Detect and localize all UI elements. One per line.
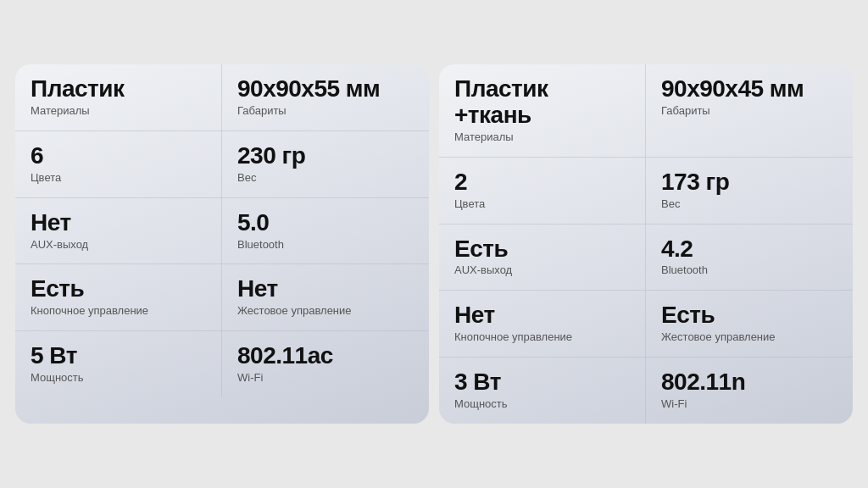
cell-label: Вес <box>237 171 414 186</box>
spec-cell: ПластикМатериалы <box>15 64 222 131</box>
cell-label: Габариты <box>237 104 414 119</box>
cell-value: 802.11n <box>661 369 837 396</box>
cell-value: Пластик <box>31 76 206 103</box>
cell-label: Габариты <box>661 104 837 119</box>
spec-cell: 4.2Bluetooth <box>646 225 853 291</box>
cell-label: Жестовое управление <box>237 304 414 319</box>
cell-label: Материалы <box>31 104 206 119</box>
cell-value: 802.11ac <box>237 343 414 369</box>
cell-label: Мощность <box>454 397 630 412</box>
cell-value: 2 <box>454 169 630 196</box>
cell-label: Кнопочное управление <box>31 304 206 319</box>
card-1-grid: ПластикМатериалы90х90х55 ммГабариты6Цвет… <box>15 64 429 396</box>
cell-value: Нет <box>31 210 206 236</box>
comparison-wrapper: ПластикМатериалы90х90х55 ммГабариты6Цвет… <box>2 51 866 436</box>
cell-label: Материалы <box>454 130 630 145</box>
cell-value: Есть <box>661 302 837 329</box>
spec-cell: 230 грВес <box>222 131 429 198</box>
card-2-grid: Пластик +тканьМатериалы90х90х45 ммГабари… <box>439 64 853 423</box>
card-2: Пластик +тканьМатериалы90х90х45 ммГабари… <box>439 64 853 423</box>
cell-value: 90х90х45 мм <box>661 76 837 103</box>
cell-value: Есть <box>31 276 206 302</box>
cell-label: Жестовое управление <box>661 330 837 345</box>
spec-cell: НетКнопочное управление <box>439 291 646 358</box>
cell-value: 90х90х55 мм <box>237 76 414 103</box>
spec-cell: ЕстьAUX-выход <box>439 225 646 291</box>
card-1: ПластикМатериалы90х90х55 ммГабариты6Цвет… <box>15 64 429 423</box>
spec-cell: НетAUX-выход <box>15 198 222 265</box>
cell-label: Bluetooth <box>237 238 414 252</box>
cell-label: Кнопочное управление <box>454 330 630 345</box>
spec-cell: 802.11acWi-Fi <box>222 331 429 397</box>
spec-cell: 3 ВтМощность <box>439 358 646 424</box>
cell-value: 5 Вт <box>31 343 206 369</box>
spec-cell: 90х90х55 ммГабариты <box>222 64 429 131</box>
cell-label: Wi-Fi <box>237 371 414 385</box>
cell-label: AUX-выход <box>31 238 206 252</box>
spec-cell: 802.11nWi-Fi <box>646 358 853 424</box>
spec-cell: 6Цвета <box>15 131 222 198</box>
spec-cell: 173 грВес <box>646 158 853 225</box>
cell-label: Bluetooth <box>661 263 837 278</box>
spec-cell: 90х90х45 ммГабариты <box>646 64 853 157</box>
cell-label: Wi-Fi <box>661 397 837 412</box>
cell-value: Нет <box>237 276 414 302</box>
cell-label: Вес <box>661 197 837 212</box>
spec-cell: Пластик +тканьМатериалы <box>439 64 646 157</box>
cell-label: Цвета <box>31 171 206 186</box>
cell-value: 4.2 <box>661 236 837 263</box>
spec-cell: 5 ВтМощность <box>15 331 222 397</box>
cell-label: Цвета <box>454 197 630 212</box>
cell-label: AUX-выход <box>454 263 630 278</box>
cell-value: Есть <box>454 236 630 263</box>
spec-cell: 2Цвета <box>439 158 646 225</box>
cell-value: Пластик +ткань <box>454 76 630 129</box>
cell-value: Нет <box>454 302 630 329</box>
spec-cell: ЕстьЖестовое управление <box>646 291 853 358</box>
cell-value: 3 Вт <box>454 369 630 396</box>
spec-cell: ЕстьКнопочное управление <box>15 264 222 331</box>
cell-label: Мощность <box>31 371 206 385</box>
cell-value: 230 гр <box>237 143 414 169</box>
cell-value: 5.0 <box>237 210 414 236</box>
cell-value: 173 гр <box>661 169 837 196</box>
spec-cell: 5.0Bluetooth <box>222 198 429 265</box>
spec-cell: НетЖестовое управление <box>222 264 429 331</box>
cell-value: 6 <box>31 143 206 169</box>
